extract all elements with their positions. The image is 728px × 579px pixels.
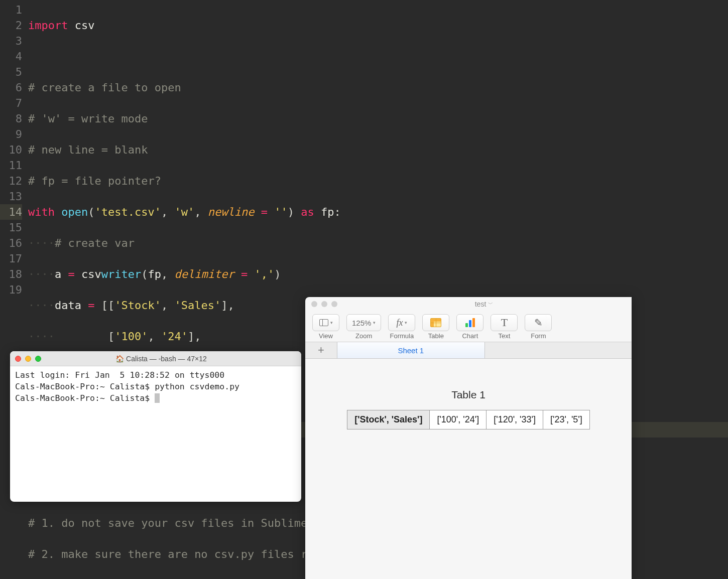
code-line[interactable]	[28, 49, 728, 64]
table-row: ['Stock', 'Sales'] ['100', '24'] ['120',…	[347, 410, 590, 429]
comment: # create a file to open	[28, 81, 181, 94]
minimize-button[interactable]	[25, 356, 31, 362]
tool-formula: fx ▾ Formula	[388, 314, 415, 340]
code-line[interactable]: # fp = file pointer?	[28, 173, 728, 189]
chart-icon	[465, 318, 475, 327]
line-number: 16	[0, 235, 22, 251]
numbers-window[interactable]: test ﹀ ▾ View 125% ▾ Zoom fx ▾ Formula	[305, 297, 632, 579]
tool-view: ▾ View	[312, 314, 339, 340]
line-number: 19	[0, 282, 22, 298]
zoom-value: 125%	[352, 319, 371, 327]
window-controls	[311, 301, 337, 307]
cursor-icon	[155, 393, 160, 403]
tool-table: Table	[422, 314, 449, 340]
tool-chart: Chart	[456, 314, 483, 340]
add-sheet-button[interactable]: +	[305, 342, 337, 358]
sheet-tabs: + Sheet 1	[305, 342, 632, 359]
keyword-import: import	[28, 19, 68, 32]
tool-zoom: 125% ▾ Zoom	[346, 314, 381, 340]
code-line[interactable]: # 'w' = write mode	[28, 111, 728, 126]
window-controls	[15, 356, 41, 362]
kwarg-newline: newline	[208, 206, 255, 218]
code-line[interactable]: ····# create var	[28, 235, 728, 251]
table-button[interactable]	[422, 314, 449, 331]
tool-format: ✎ Form	[525, 314, 552, 340]
line-number: 12	[0, 173, 22, 189]
zoom-button[interactable]: 125% ▾	[346, 314, 381, 331]
tool-label: Zoom	[355, 332, 372, 340]
chevron-down-icon: ▾	[330, 320, 333, 325]
line-number: 9	[0, 126, 22, 142]
toolbar: ▾ View 125% ▾ Zoom fx ▾ Formula Table	[305, 311, 632, 342]
format-button[interactable]: ✎	[525, 314, 552, 331]
comment: # create var	[55, 237, 135, 249]
table-cell[interactable]: ['23', '5']	[543, 410, 590, 429]
formula-icon: fx	[396, 318, 403, 328]
table-icon	[430, 318, 441, 327]
line-number: 7	[0, 95, 22, 111]
code-line[interactable]: # create a file to open	[28, 80, 728, 95]
line-number: 17	[0, 251, 22, 266]
line-number: 1	[0, 2, 22, 18]
home-icon: 🏠	[115, 355, 124, 363]
sheet-canvas[interactable]: Table 1 ['Stock', 'Sales'] ['100', '24']…	[305, 359, 632, 460]
tool-label: View	[319, 332, 333, 340]
terminal-line: Cals-MacBook-Pro:~ Calista$ python csvde…	[15, 382, 239, 391]
table-header-cell[interactable]: ['Stock', 'Sales']	[347, 410, 430, 429]
maximize-button[interactable]	[331, 301, 337, 307]
line-number: 4	[0, 49, 22, 64]
formula-button[interactable]: fx ▾	[388, 314, 415, 331]
chart-button[interactable]	[456, 314, 483, 331]
sheet-tab[interactable]: Sheet 1	[337, 342, 485, 358]
terminal-body[interactable]: Last login: Fri Jan 5 10:28:52 on ttys00…	[10, 366, 301, 407]
terminal-prompt: Cals-MacBook-Pro:~ Calista$	[15, 393, 155, 403]
document-title[interactable]: test ﹀	[342, 300, 626, 308]
table-cell[interactable]: ['120', '33']	[487, 410, 543, 429]
line-number: 15	[0, 220, 22, 235]
keyword-as: as	[301, 206, 314, 218]
minimize-button[interactable]	[321, 301, 327, 307]
text-button[interactable]: T	[491, 314, 518, 331]
string: 'Sales'	[174, 299, 221, 312]
view-button[interactable]: ▾	[312, 314, 339, 331]
string: 'Stock'	[114, 299, 161, 312]
sheet-tab-label: Sheet 1	[398, 346, 424, 355]
fn-writer: writer	[101, 268, 141, 280]
terminal-titlebar[interactable]: 🏠 Calista — -bash — 47×12	[10, 351, 301, 366]
line-number: 11	[0, 158, 22, 173]
tool-text: T Text	[491, 314, 518, 340]
numbers-titlebar[interactable]: test ﹀	[305, 297, 632, 311]
line-number: 18	[0, 266, 22, 282]
line-number: 10	[0, 142, 22, 158]
terminal-window[interactable]: 🏠 Calista — -bash — 47×12 Last login: Fr…	[10, 351, 301, 502]
string: 'test.csv'	[94, 206, 161, 218]
tool-label: Text	[498, 332, 510, 340]
line-number: 6	[0, 80, 22, 95]
string: ''	[274, 206, 288, 218]
line-number: 5	[0, 64, 22, 80]
maximize-button[interactable]	[35, 356, 41, 362]
sheet-tab-empty	[485, 342, 632, 358]
table-cell[interactable]: ['100', '24']	[430, 410, 487, 429]
code-line[interactable]: with open('test.csv', 'w', newline = '')…	[28, 204, 728, 220]
module-name: csv	[75, 19, 95, 32]
code-line[interactable]: # new line = blank	[28, 142, 728, 158]
line-number: 3	[0, 33, 22, 49]
close-button[interactable]	[311, 301, 317, 307]
keyword-with: with	[28, 206, 55, 218]
terminal-title: 🏠 Calista — -bash — 47×12	[46, 355, 296, 363]
close-button[interactable]	[15, 356, 21, 362]
tool-label: Chart	[462, 332, 478, 340]
kwarg-delimiter: delimiter	[174, 268, 234, 280]
tool-label: Table	[428, 332, 444, 340]
line-number: 13	[0, 189, 22, 204]
string: 'w'	[174, 206, 194, 218]
chevron-down-icon: ▾	[373, 320, 376, 325]
code-line[interactable]: import csv	[28, 18, 728, 33]
table-title[interactable]: Table 1	[451, 389, 486, 401]
tool-label: Formula	[390, 332, 414, 340]
chevron-down-icon: ▾	[405, 320, 407, 325]
code-line[interactable]: ····a = csvwriter(fp, delimiter = ',')	[28, 266, 728, 282]
line-number: 8	[0, 111, 22, 126]
data-table[interactable]: ['Stock', 'Sales'] ['100', '24'] ['120',…	[347, 410, 590, 429]
